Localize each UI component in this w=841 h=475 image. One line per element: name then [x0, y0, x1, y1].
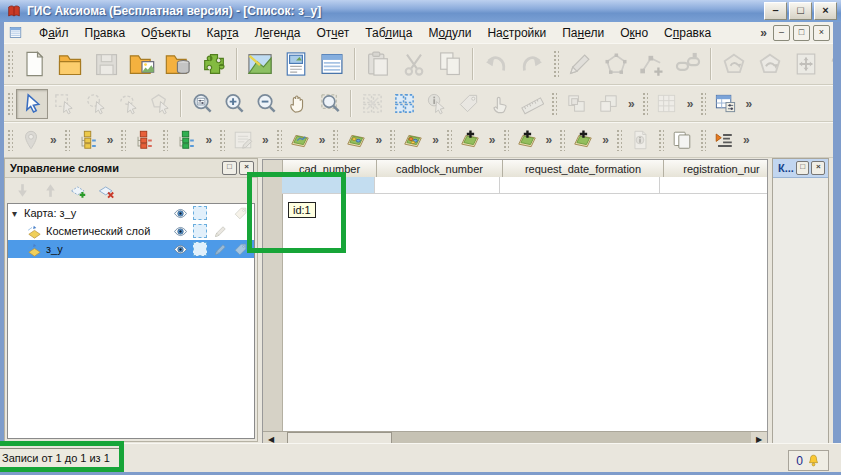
table-cell[interactable]	[282, 177, 375, 194]
column-header-cad_number[interactable]: cad_number	[283, 160, 377, 177]
plugins-button[interactable]	[196, 46, 232, 82]
toolbar-drag-handle[interactable]	[389, 129, 395, 151]
toolbar-overflow-button[interactable]: »	[624, 97, 639, 111]
layers-panel-float-button[interactable]: □	[222, 161, 237, 175]
toolbar-drag-handle[interactable]	[7, 129, 13, 151]
menu-файл[interactable]: Файл	[31, 24, 77, 42]
remove-layer-button[interactable]	[94, 179, 118, 203]
toolbar-overflow-button[interactable]: »	[46, 133, 61, 147]
table-cell[interactable]	[375, 177, 500, 194]
toolbar-drag-handle[interactable]	[700, 129, 706, 151]
menu-отчет[interactable]: Отчет	[308, 24, 357, 42]
toolbar-overflow-button[interactable]: »	[371, 133, 386, 147]
toolbar-drag-handle[interactable]	[551, 92, 557, 115]
open-button[interactable]	[52, 46, 88, 82]
bring-forward-button[interactable]	[560, 89, 592, 119]
toolbar-drag-handle[interactable]	[553, 50, 559, 78]
layer-checkbox[interactable]	[193, 206, 207, 220]
toolbar-drag-handle[interactable]	[559, 129, 565, 151]
move-layer-down-button[interactable]	[10, 179, 34, 203]
visibility-eye-icon[interactable]	[173, 224, 188, 239]
document-info-button[interactable]	[625, 126, 655, 154]
toolbar-drag-handle[interactable]	[658, 129, 664, 151]
new-report-button[interactable]	[278, 46, 314, 82]
copy-button[interactable]	[432, 46, 468, 82]
menu-таблица[interactable]: Таблица	[357, 24, 420, 42]
visibility-eye-icon[interactable]	[173, 206, 188, 221]
layer-item-косметический-слой[interactable]: Косметический слой	[8, 222, 254, 240]
zoom-window-button[interactable]	[314, 89, 346, 119]
label-tool-button[interactable]	[452, 89, 484, 119]
toolbar-drag-handle[interactable]	[332, 129, 338, 151]
menu-панели[interactable]: Панели	[554, 24, 612, 42]
move-layer-up-button[interactable]	[38, 179, 62, 203]
edit-pencil-icon[interactable]	[213, 224, 228, 239]
toolbar-overflow-button[interactable]: »	[315, 133, 330, 147]
add-layer-button[interactable]	[66, 179, 90, 203]
table-view-button[interactable]	[709, 89, 741, 119]
toolbar-drag-handle[interactable]	[7, 50, 13, 78]
toolbar-overflow-button[interactable]: »	[103, 133, 118, 147]
layers-panel-close-button[interactable]: ×	[239, 161, 254, 175]
toolbar-overflow-button[interactable]: »	[485, 133, 500, 147]
show-grid-button[interactable]	[651, 89, 683, 119]
add-layer-map-button[interactable]	[455, 126, 485, 154]
measure-button[interactable]	[516, 89, 548, 119]
clear-selection-button[interactable]	[356, 89, 388, 119]
toolbar-drag-handle[interactable]	[7, 92, 13, 115]
toolbar-drag-handle[interactable]	[503, 129, 509, 151]
toolbar-overflow-button[interactable]: »	[542, 133, 557, 147]
toolbar-overflow-button[interactable]: »	[258, 133, 273, 147]
new-document-button[interactable]	[16, 46, 52, 82]
undo-button[interactable]	[478, 46, 514, 82]
table-cell[interactable]	[500, 177, 660, 194]
add-layer-map-2-button[interactable]	[512, 126, 542, 154]
toolbar-overflow-button[interactable]: »	[741, 97, 756, 111]
select-ellipse-button[interactable]	[80, 89, 112, 119]
structure-yellow-button[interactable]	[73, 126, 103, 154]
layer-item-карта-з_у[interactable]: ▾Карта: з_у	[8, 204, 254, 222]
thematic-map-button[interactable]	[341, 126, 371, 154]
toolbar-overflow-button[interactable]: »	[428, 133, 443, 147]
toolbar-overflow-button[interactable]: »	[201, 133, 216, 147]
map-tools-button[interactable]	[285, 126, 315, 154]
menu-окно[interactable]: Окно	[612, 24, 656, 42]
map-panel-float-button[interactable]: □	[796, 161, 810, 175]
layer-item-з_у[interactable]: з_у	[8, 240, 254, 258]
select-lasso-button[interactable]	[112, 89, 144, 119]
layer-checkbox[interactable]	[193, 224, 207, 238]
new-list-button[interactable]	[314, 46, 350, 82]
toolbar-overflow-button[interactable]: »	[598, 133, 613, 147]
select-button[interactable]	[16, 89, 48, 119]
reshape-button[interactable]	[716, 46, 752, 82]
add-layer-map-3-button[interactable]	[568, 126, 598, 154]
toolbar-drag-handle[interactable]	[219, 129, 225, 151]
column-header-cadblock_number[interactable]: cadblock_number	[377, 160, 503, 177]
toolbar-drag-handle[interactable]	[120, 129, 126, 151]
visibility-eye-icon[interactable]	[173, 242, 188, 257]
move-object-button[interactable]	[788, 46, 824, 82]
menu-справка[interactable]: Справка	[656, 24, 719, 42]
toolbar-overflow-button[interactable]: »	[683, 97, 698, 111]
toolbar-drag-handle[interactable]	[700, 92, 706, 115]
save-button[interactable]	[88, 46, 124, 82]
menu-overflow[interactable]: »	[754, 26, 773, 40]
new-map-button[interactable]	[242, 46, 278, 82]
send-backward-button[interactable]	[592, 89, 624, 119]
map-panel-close-button[interactable]: ×	[811, 161, 825, 175]
mdi-close-button[interactable]: ×	[813, 25, 830, 41]
expand-caret-icon[interactable]: ▾	[12, 208, 24, 219]
draw-button[interactable]	[562, 46, 598, 82]
column-header-registration_nur[interactable]: registration_nur	[664, 160, 768, 177]
object-info-button[interactable]	[420, 89, 452, 119]
table-corner-cell[interactable]	[263, 160, 283, 177]
menu-объекты[interactable]: Объекты	[133, 24, 199, 42]
pan-button[interactable]	[282, 89, 314, 119]
geo-locate-button[interactable]	[16, 126, 46, 154]
column-header-request_date_formation[interactable]: request_date_formation	[503, 160, 664, 177]
minimize-button[interactable]: –	[764, 2, 787, 20]
drag-map-button[interactable]	[484, 89, 516, 119]
select-region-button[interactable]	[144, 89, 176, 119]
edit-nodes-button[interactable]	[598, 46, 634, 82]
structure-green-button[interactable]	[171, 126, 201, 154]
